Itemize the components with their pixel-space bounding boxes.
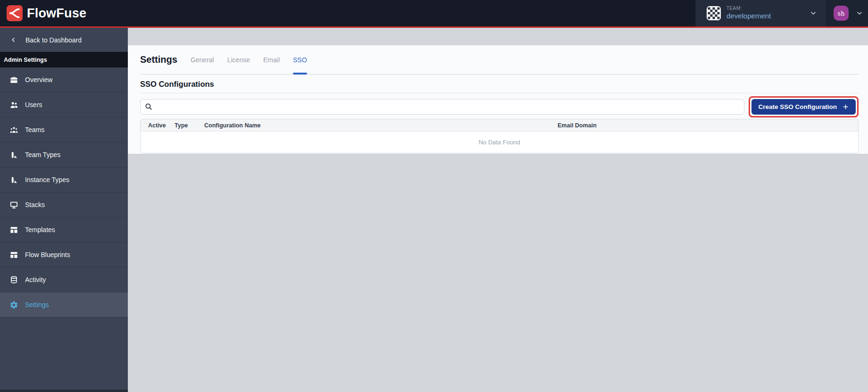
sidebar-item-label: Teams: [25, 126, 44, 133]
monitor-icon: [9, 200, 18, 209]
top-navbar: FlowFuse TEAM: developement sh: [0, 0, 868, 26]
sso-heading-row: SSO Configurations: [140, 75, 859, 93]
back-to-dashboard[interactable]: Back to Dashboard: [0, 28, 128, 52]
sidebar-item-settings[interactable]: Settings: [0, 292, 128, 317]
sidebar-bottom-strip: [0, 390, 128, 392]
no-data-found-text: No Data Found: [478, 139, 520, 146]
sidebar-item-label: Activity: [25, 276, 46, 284]
settings-panel: Settings General License Email SSO SSO C…: [128, 45, 868, 154]
sidebar-item-team-types[interactable]: Team Types: [0, 142, 128, 167]
briefcase-icon: [9, 75, 18, 84]
column-header-configuration-name: Configuration Name: [197, 122, 550, 129]
sidebar-item-label: Settings: [25, 301, 49, 309]
team-kicker-label: TEAM:: [726, 6, 771, 12]
brand-name: FlowFuse: [27, 6, 86, 21]
sidebar-item-label: Instance Types: [25, 176, 69, 183]
sso-configurations-table: Active Type Configuration Name Email Dom…: [140, 119, 859, 153]
back-to-dashboard-label: Back to Dashboard: [25, 36, 82, 44]
tab-general[interactable]: General: [184, 45, 221, 74]
annotation-highlight-box: Create SSO Configuration: [749, 96, 859, 117]
template-icon: [9, 250, 18, 259]
search-input[interactable]: [140, 99, 744, 115]
users-icon: [9, 100, 18, 109]
user-menu[interactable]: sh: [826, 0, 868, 26]
team-name: developement: [726, 12, 771, 21]
search-icon: [144, 102, 153, 111]
create-sso-configuration-button[interactable]: Create SSO Configuration: [751, 99, 856, 115]
team-selector[interactable]: TEAM: developement: [695, 0, 826, 26]
team-chevron-down-icon: [810, 9, 817, 17]
brand: FlowFuse: [0, 5, 86, 21]
column-header-type: Type: [167, 122, 197, 129]
sidebar-item-label: Users: [25, 101, 42, 108]
sidebar-item-overview[interactable]: Overview: [0, 67, 128, 92]
settings-header: Settings General License Email SSO: [140, 45, 859, 75]
create-sso-configuration-label: Create SSO Configuration: [758, 103, 837, 110]
team-identicon: [707, 6, 721, 20]
database-icon: [9, 275, 18, 284]
sidebar-item-templates[interactable]: Templates: [0, 217, 128, 242]
pill-flag-icon: [9, 150, 18, 159]
column-header-email-domain: Email Domain: [550, 122, 858, 129]
admin-settings-section-label: Admin Settings: [0, 52, 128, 67]
gear-icon: [9, 300, 18, 309]
user-avatar: sh: [834, 6, 849, 21]
flowfuse-logo-icon: [7, 5, 23, 21]
main-content: Settings General License Email SSO SSO C…: [128, 28, 868, 392]
sso-configurations-heading: SSO Configurations: [140, 80, 214, 88]
sidebar-item-label: Overview: [25, 76, 52, 83]
sidebar-item-activity[interactable]: Activity: [0, 267, 128, 292]
sidebar-item-flow-blueprints[interactable]: Flow Blueprints: [0, 242, 128, 267]
tab-license[interactable]: License: [221, 45, 257, 74]
admin-nav: Overview Users Teams Team Types Instance…: [0, 67, 128, 317]
sidebar-item-stacks[interactable]: Stacks: [0, 192, 128, 217]
chevron-left-icon: [10, 37, 17, 43]
sidebar-item-teams[interactable]: Teams: [0, 117, 128, 142]
sidebar-item-label: Templates: [25, 226, 55, 234]
user-group-icon: [9, 125, 18, 134]
sidebar-item-label: Team Types: [25, 151, 60, 158]
tab-sso[interactable]: SSO: [286, 45, 314, 74]
table-header-row: Active Type Configuration Name Email Dom…: [141, 119, 858, 132]
plus-icon: [842, 103, 849, 110]
sso-toolbar: Create SSO Configuration: [140, 96, 859, 117]
search-field-wrap: [140, 99, 744, 115]
sidebar-item-label: Flow Blueprints: [25, 251, 70, 259]
sidebar-item-users[interactable]: Users: [0, 92, 128, 117]
user-chevron-down-icon: [856, 9, 863, 17]
table-empty-row: No Data Found: [141, 132, 858, 153]
template-icon: [9, 225, 18, 234]
sidebar: Back to Dashboard Admin Settings Overvie…: [0, 28, 128, 392]
sidebar-item-instance-types[interactable]: Instance Types: [0, 167, 128, 192]
column-header-active: Active: [141, 122, 167, 129]
page-title: Settings: [140, 54, 177, 65]
tab-email[interactable]: Email: [257, 45, 286, 74]
pill-flag-icon: [9, 175, 18, 184]
sidebar-item-label: Stacks: [25, 201, 45, 209]
